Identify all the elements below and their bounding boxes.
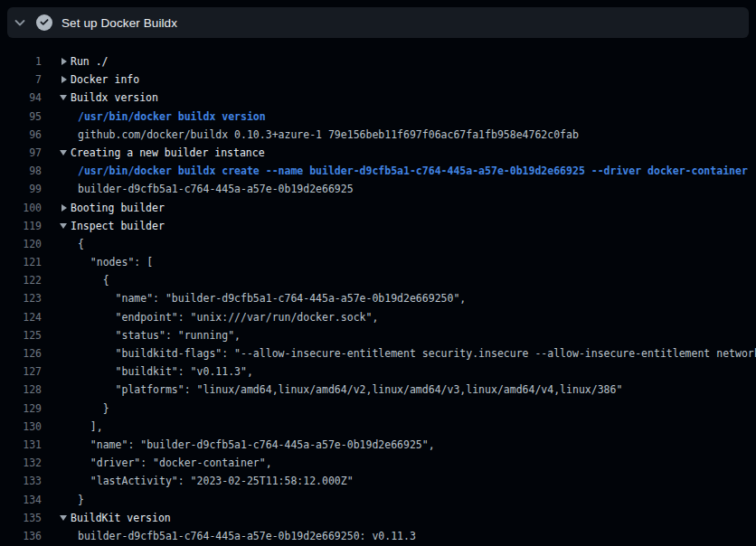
log-line: 124 "endpoint": "unix:///var/run/docker.…: [0, 308, 756, 326]
caret-spacer: [42, 472, 71, 490]
log-line: 1Run ./: [0, 52, 756, 71]
caret-spacer: [42, 108, 71, 126]
line-number[interactable]: 131: [0, 436, 42, 454]
output-text: {: [71, 235, 84, 253]
output-text: builder-d9cfb5a1-c764-445a-a57e-0b19d2e6…: [71, 527, 416, 545]
line-number[interactable]: 122: [0, 271, 42, 289]
line-number[interactable]: 134: [0, 491, 42, 509]
log-line: 125 "status": "running",: [0, 326, 756, 344]
line-number[interactable]: 1: [0, 52, 42, 71]
caret-spacer: [42, 289, 71, 307]
triangle-down-icon[interactable]: [42, 89, 71, 107]
caret-spacer: [42, 162, 71, 180]
step-header[interactable]: Set up Docker Buildx: [7, 7, 749, 38]
triangle-down-icon[interactable]: [42, 217, 71, 235]
output-text: "buildkitd-flags": "--allow-insecure-ent…: [71, 344, 756, 362]
output-text: builder-d9cfb5a1-c764-445a-a57e-0b19d2e6…: [71, 180, 354, 198]
group-title[interactable]: Run ./: [71, 52, 109, 71]
caret-spacer: [42, 454, 71, 472]
caret-spacer: [42, 326, 71, 344]
log-line: 128 "platforms": "linux/amd64,linux/amd6…: [0, 381, 756, 399]
line-number[interactable]: 128: [0, 381, 42, 399]
line-number[interactable]: 132: [0, 454, 42, 472]
line-number[interactable]: 98: [0, 162, 42, 180]
triangle-down-icon[interactable]: [42, 144, 71, 162]
output-text: }: [71, 400, 109, 418]
line-number[interactable]: 136: [0, 527, 42, 545]
line-number[interactable]: 120: [0, 235, 42, 253]
group-title[interactable]: Buildx version: [71, 89, 158, 107]
log-line: 131 "name": "builder-d9cfb5a1-c764-445a-…: [0, 436, 756, 454]
line-number[interactable]: 129: [0, 400, 42, 418]
log-line: 126 "buildkitd-flags": "--allow-insecure…: [0, 344, 756, 362]
log-line: 98/usr/bin/docker buildx create --name b…: [0, 162, 756, 180]
caret-spacer: [42, 180, 71, 198]
output-text: "name": "builder-d9cfb5a1-c764-445a-a57e…: [71, 289, 466, 307]
line-number[interactable]: 130: [0, 418, 42, 436]
log-lines: 1Run ./7Docker info94Buildx version95/us…: [0, 52, 756, 545]
command-text: /usr/bin/docker buildx create --name bui…: [71, 162, 748, 180]
line-number[interactable]: 121: [0, 253, 42, 271]
log-line: 7Docker info: [0, 71, 756, 89]
output-text: "buildkit": "v0.11.3",: [71, 362, 253, 381]
line-number[interactable]: 133: [0, 472, 42, 490]
line-number[interactable]: 97: [0, 144, 42, 162]
actions-log-viewer: Set up Docker Buildx 1Run ./7Docker info…: [0, 7, 756, 545]
triangle-down-icon[interactable]: [42, 509, 71, 527]
line-number[interactable]: 95: [0, 108, 42, 126]
output-text: "platforms": "linux/amd64,linux/amd64/v2…: [71, 381, 622, 399]
output-text: "driver": "docker-container",: [71, 454, 272, 472]
log-line: 123 "name": "builder-d9cfb5a1-c764-445a-…: [0, 289, 756, 307]
triangle-right-icon[interactable]: [42, 71, 71, 89]
log-line: 120{: [0, 235, 756, 253]
chevron-down-icon[interactable]: [13, 15, 27, 30]
command-text: /usr/bin/docker buildx version: [71, 108, 266, 126]
caret-spacer: [42, 126, 71, 144]
triangle-right-icon[interactable]: [42, 199, 71, 217]
line-number[interactable]: 126: [0, 344, 42, 362]
output-text: {: [71, 271, 109, 289]
output-text: "name": "builder-d9cfb5a1-c764-445a-a57e…: [71, 436, 435, 454]
output-text: github.com/docker/buildx 0.10.3+azure-1 …: [71, 126, 579, 144]
caret-spacer: [42, 308, 71, 326]
caret-spacer: [42, 400, 71, 418]
output-text: "endpoint": "unix:///var/run/docker.sock…: [71, 308, 378, 326]
line-number[interactable]: 127: [0, 362, 42, 381]
line-number[interactable]: 135: [0, 509, 42, 527]
caret-spacer: [42, 527, 71, 545]
log-line: 94Buildx version: [0, 89, 756, 107]
group-title[interactable]: Docker info: [71, 71, 139, 89]
triangle-right-icon[interactable]: [42, 52, 71, 71]
group-title[interactable]: Booting builder: [71, 199, 165, 217]
caret-spacer: [42, 491, 71, 509]
log-line: 96github.com/docker/buildx 0.10.3+azure-…: [0, 126, 756, 144]
log-line: 97Creating a new builder instance: [0, 144, 756, 162]
log-line: 119Inspect builder: [0, 217, 756, 235]
line-number[interactable]: 7: [0, 71, 42, 89]
caret-spacer: [42, 344, 71, 362]
check-circle-icon: [36, 14, 52, 31]
group-title[interactable]: Inspect builder: [71, 217, 165, 235]
line-number[interactable]: 125: [0, 326, 42, 344]
line-number[interactable]: 124: [0, 308, 42, 326]
log-line: 127 "buildkit": "v0.11.3",: [0, 362, 756, 381]
line-number[interactable]: 96: [0, 126, 42, 144]
log-line: 135BuildKit version: [0, 509, 756, 527]
log-line: 136builder-d9cfb5a1-c764-445a-a57e-0b19d…: [0, 527, 756, 545]
caret-spacer: [42, 436, 71, 454]
line-number[interactable]: 94: [0, 89, 42, 107]
line-number[interactable]: 123: [0, 289, 42, 307]
log-line: 99builder-d9cfb5a1-c764-445a-a57e-0b19d2…: [0, 180, 756, 198]
log-line: 122 {: [0, 271, 756, 289]
log-line: 95/usr/bin/docker buildx version: [0, 108, 756, 126]
log-line: 134}: [0, 491, 756, 509]
group-title[interactable]: BuildKit version: [71, 509, 171, 527]
line-number[interactable]: 100: [0, 199, 42, 217]
output-text: "nodes": [: [71, 253, 153, 271]
log-line: 132 "driver": "docker-container",: [0, 454, 756, 472]
line-number[interactable]: 99: [0, 180, 42, 198]
log-line: 133 "lastActivity": "2023-02-25T11:58:12…: [0, 472, 756, 490]
group-title[interactable]: Creating a new builder instance: [71, 144, 265, 162]
log-line: 121 "nodes": [: [0, 253, 756, 271]
line-number[interactable]: 119: [0, 217, 42, 235]
